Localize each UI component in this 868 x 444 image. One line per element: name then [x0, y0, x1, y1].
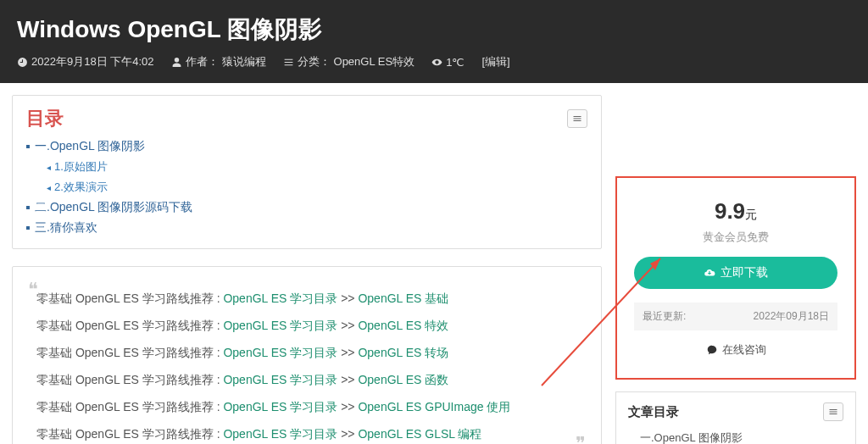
rec-link-target[interactable]: OpenGL ES 特效 — [358, 319, 448, 332]
toc-title: 目录 — [26, 106, 64, 131]
recommendation-item: 零基础 OpenGL ES 学习路线推荐 : OpenGL ES 学习目录 >>… — [36, 286, 577, 313]
toc-item: 三.猜你喜欢 — [26, 218, 587, 238]
rec-link-target[interactable]: OpenGL ES 转场 — [358, 346, 448, 359]
rec-link-target[interactable]: OpenGL ES GLSL 编程 — [358, 427, 481, 441]
chat-icon — [706, 344, 718, 356]
toc-link[interactable]: 二.OpenGL 图像阴影源码下载 — [35, 200, 192, 214]
quote-open-icon: ❝ — [28, 279, 38, 301]
sidebar-toc-item[interactable]: 一.OpenGL 图像阴影 — [628, 428, 843, 444]
rec-link-index[interactable]: OpenGL ES 学习目录 — [223, 400, 337, 413]
page-header: Windows OpenGL 图像阴影 2022年9月18日 下午4:02 作者… — [0, 0, 868, 83]
author-link[interactable]: 猿说编程 — [222, 54, 266, 69]
vip-text: 黄金会员免费 — [634, 230, 837, 245]
author-meta: 作者： 猿说编程 — [171, 54, 266, 69]
menu-icon — [828, 407, 838, 417]
edit-link[interactable]: [编辑] — [481, 54, 509, 69]
rec-link-target[interactable]: OpenGL ES 函数 — [358, 373, 448, 386]
toc-toggle-button[interactable] — [567, 109, 587, 128]
toc-item: 二.OpenGL 图像阴影源码下载 — [26, 197, 587, 218]
toc-card: 目录 一.OpenGL 图像阴影1.原始图片2.效果演示二.OpenGL 图像阴… — [12, 95, 602, 249]
rec-link-index[interactable]: OpenGL ES 学习目录 — [223, 373, 337, 386]
rec-link-index[interactable]: OpenGL ES 学习目录 — [223, 346, 337, 359]
rec-link-target[interactable]: OpenGL ES GPUImage 使用 — [358, 400, 510, 413]
recommendations-card: ❝ ❞ 零基础 OpenGL ES 学习路线推荐 : OpenGL ES 学习目… — [12, 266, 602, 444]
date-meta: 2022年9月18日 下午4:02 — [17, 54, 154, 69]
recommendation-item: 零基础 OpenGL ES 学习路线推荐 : OpenGL ES 学习目录 >>… — [36, 421, 577, 444]
recommendation-item: 零基础 OpenGL ES 学习路线推荐 : OpenGL ES 学习目录 >>… — [36, 340, 577, 367]
category-link[interactable]: OpenGL ES特效 — [334, 54, 415, 69]
sidebar-toc-title: 文章目录 — [628, 404, 679, 420]
sidebar: 9.9元 黄金会员免费 立即下载 最近更新: 2022年09月18日 在线咨询 … — [615, 95, 856, 444]
recommendation-item: 零基础 OpenGL ES 学习路线推荐 : OpenGL ES 学习目录 >>… — [36, 367, 577, 394]
cloud-download-icon — [704, 267, 715, 279]
toc-link[interactable]: 三.猜你喜欢 — [35, 220, 97, 234]
toc-list: 一.OpenGL 图像阴影1.原始图片2.效果演示二.OpenGL 图像阴影源码… — [26, 136, 587, 238]
rec-link-index[interactable]: OpenGL ES 学习目录 — [223, 319, 337, 332]
toc-link[interactable]: 2.效果演示 — [54, 180, 108, 193]
list-icon — [283, 57, 294, 68]
category-meta: 分类： OpenGL ES特效 — [283, 54, 415, 69]
rec-link-index[interactable]: OpenGL ES 学习目录 — [223, 291, 337, 305]
update-row: 最近更新: 2022年09月18日 — [634, 302, 837, 330]
main-column: 目录 一.OpenGL 图像阴影1.原始图片2.效果演示二.OpenGL 图像阴… — [12, 95, 602, 444]
quote-close-icon: ❞ — [576, 433, 586, 444]
sidebar-toc-list: 一.OpenGL 图像阴影1.原始图片2.效果演示二.OpenGL 图像阴影源码… — [628, 428, 843, 444]
clock-icon — [17, 57, 28, 68]
page-title: Windows OpenGL 图像阴影 — [17, 14, 851, 46]
sidebar-toc: 文章目录 一.OpenGL 图像阴影1.原始图片2.效果演示二.OpenGL 图… — [615, 391, 856, 444]
toc-item: 2.效果演示 — [26, 177, 587, 197]
toc-item: 一.OpenGL 图像阴影 — [26, 136, 587, 157]
menu-icon — [572, 114, 582, 124]
price-box: 9.9元 黄金会员免费 立即下载 最近更新: 2022年09月18日 在线咨询 — [615, 176, 856, 380]
recommendations-list: 零基础 OpenGL ES 学习路线推荐 : OpenGL ES 学习目录 >>… — [36, 286, 577, 444]
download-button[interactable]: 立即下载 — [634, 257, 837, 289]
rec-link-target[interactable]: OpenGL ES 基础 — [358, 291, 448, 305]
eye-icon — [431, 57, 442, 68]
views-meta: 1℃ — [431, 56, 465, 69]
post-meta: 2022年9月18日 下午4:02 作者： 猿说编程 分类： OpenGL ES… — [17, 54, 851, 69]
user-icon — [171, 57, 182, 68]
support-link[interactable]: 在线咨询 — [634, 342, 837, 358]
recommendation-item: 零基础 OpenGL ES 学习路线推荐 : OpenGL ES 学习目录 >>… — [36, 394, 577, 421]
toc-link[interactable]: 一.OpenGL 图像阴影 — [35, 139, 145, 153]
sidebar-toc-toggle-button[interactable] — [823, 402, 843, 421]
toc-link[interactable]: 1.原始图片 — [54, 160, 108, 173]
toc-item: 1.原始图片 — [26, 157, 587, 177]
recommendation-item: 零基础 OpenGL ES 学习路线推荐 : OpenGL ES 学习目录 >>… — [36, 313, 577, 340]
rec-link-index[interactable]: OpenGL ES 学习目录 — [223, 427, 337, 441]
price-value: 9.9元 — [634, 198, 837, 225]
